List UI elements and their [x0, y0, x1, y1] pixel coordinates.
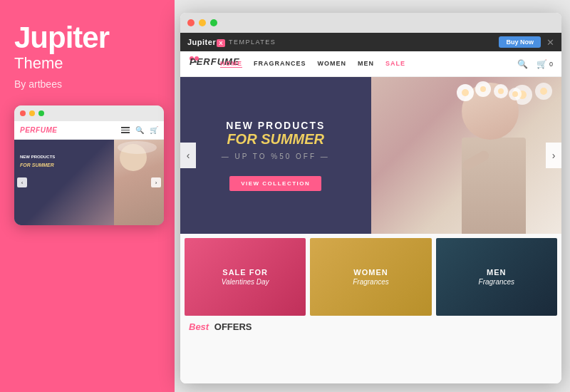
browser-chrome: [180, 13, 561, 33]
site-logo-text: PERFUME: [190, 56, 194, 61]
hero-new-products: NEW PRODUCTS: [226, 120, 325, 131]
site-navigation: HOME FRAGRANCES WOMEN MEN SALE: [220, 60, 405, 68]
mini-nav-bar: PERFUME 🔍 🛒: [14, 121, 164, 140]
x-badge: X: [217, 39, 225, 47]
mini-search-icon: 🔍: [135, 126, 144, 134]
mini-site-logo: PERFUME: [20, 126, 57, 134]
mini-dot-green: [38, 110, 44, 116]
header-icons: 🔍 🛒 0: [517, 59, 553, 69]
site-content: NEW PRODUCTS FOR SUMMER — UP TO %50 OFF …: [180, 77, 561, 383]
cat-men-sub: Fragrances: [479, 278, 515, 286]
search-icon[interactable]: 🔍: [517, 59, 528, 69]
category-men[interactable]: MEN Fragrances: [436, 238, 557, 316]
nav-fragrances[interactable]: FRAGRANCES: [254, 60, 306, 68]
mini-browser-chrome: [14, 105, 164, 121]
cat-women-label: WOMEN Fragrances: [353, 268, 389, 286]
cat-women-sub: Fragrances: [353, 278, 389, 286]
mini-hero-section: NEW PRODUCTS FOR SUMMER ‹ › NEW PRODUCTS…: [14, 140, 164, 225]
left-panel: Jupiter Theme By artbees PERFUME 🔍 🛒: [0, 0, 175, 392]
svg-point-1: [462, 89, 469, 96]
hero-right: [371, 77, 562, 234]
best-offers-prefix: Best: [189, 321, 209, 332]
mini-browser-preview: PERFUME 🔍 🛒 NEW PRODUCTS FOR SUMMER: [14, 105, 164, 225]
jupiterx-logo-text: JupiterX: [187, 38, 225, 46]
categories-row: SALE FOR Valentines Day WOMEN Fragrances…: [180, 234, 561, 316]
hero-next-arrow[interactable]: ›: [546, 143, 561, 168]
hero-divider: — UP TO %50 OFF —: [222, 153, 330, 160]
mini-prev-arrow[interactable]: ‹: [17, 177, 27, 187]
category-sale[interactable]: SALE FOR Valentines Day: [185, 238, 306, 316]
theme-subtitle: Theme: [14, 54, 63, 73]
buy-now-button[interactable]: Buy Now: [499, 36, 541, 48]
theme-author: By artbees: [14, 78, 62, 90]
hero-section: NEW PRODUCTS FOR SUMMER — UP TO %50 OFF …: [180, 77, 561, 234]
jupiterx-templates-label: TEMPLATES: [229, 38, 276, 46]
cat-women-main: WOMEN: [353, 268, 389, 277]
cat-men-label: MEN Fragrances: [479, 268, 515, 286]
best-offers-title: Best OFFERS: [189, 321, 252, 332]
svg-point-7: [512, 91, 518, 97]
site-header: PERFUME· HOME FRAGRANCES WOMEN MEN SALE …: [180, 51, 561, 77]
browser-dot-green[interactable]: [210, 19, 217, 26]
browser-dot-yellow[interactable]: [199, 19, 206, 26]
nav-home[interactable]: HOME: [220, 60, 242, 68]
theme-title: Jupiter: [14, 21, 109, 54]
hero-for-summer: FOR SUMMER: [227, 131, 324, 147]
hero-left: NEW PRODUCTS FOR SUMMER — UP TO %50 OFF …: [180, 77, 371, 234]
svg-point-5: [498, 88, 504, 94]
right-panel: JupiterX TEMPLATES Buy Now ✕ PERFUME· HO…: [175, 0, 570, 392]
cat-men-main: MEN: [479, 268, 515, 277]
nav-sale[interactable]: SALE: [385, 60, 405, 68]
mini-hero-arrows: ‹ ›: [14, 177, 164, 187]
mini-dot-yellow: [29, 110, 35, 116]
cart-icon: 🛒: [537, 59, 547, 69]
browser-dot-red[interactable]: [187, 19, 195, 26]
mini-cart-icon: 🛒: [150, 126, 158, 134]
site-logo: PERFUME·: [189, 56, 199, 71]
cart-badge: 0: [549, 61, 553, 68]
nav-women[interactable]: WOMEN: [318, 60, 347, 68]
cat-sale-sub: Valentines Day: [222, 278, 269, 286]
nav-men[interactable]: MEN: [358, 60, 374, 68]
close-button[interactable]: ✕: [546, 37, 554, 48]
hero-prev-arrow[interactable]: ‹: [180, 143, 196, 168]
mini-hero-text: NEW PRODUCTS FOR SUMMER: [20, 154, 55, 169]
hero-image: [371, 77, 562, 234]
mini-next-arrow[interactable]: ›: [151, 177, 161, 187]
cat-sale-main: SALE FOR: [222, 268, 269, 277]
cart-wrapper[interactable]: 🛒 0: [537, 59, 553, 69]
best-offers-suffix: OFFERS: [214, 321, 252, 332]
svg-point-3: [480, 86, 486, 92]
mini-nav-icons: 🔍 🛒: [121, 126, 158, 134]
mini-dot-red: [20, 110, 26, 116]
view-collection-button[interactable]: VIEW COLLECTION: [229, 176, 321, 191]
browser-window: JupiterX TEMPLATES Buy Now ✕ PERFUME· HO…: [180, 13, 561, 383]
jupiterx-toolbar: JupiterX TEMPLATES Buy Now ✕: [180, 33, 561, 51]
mini-hamburger-icon: [121, 127, 130, 133]
category-women[interactable]: WOMEN Fragrances: [310, 238, 431, 316]
best-offers-section: Best OFFERS: [180, 316, 561, 334]
cat-sale-label: SALE FOR Valentines Day: [222, 268, 269, 286]
mini-hero-image: NEW PRODUCTS FOR SUMMER ‹ ›: [14, 140, 164, 225]
svg-point-11: [540, 88, 547, 95]
